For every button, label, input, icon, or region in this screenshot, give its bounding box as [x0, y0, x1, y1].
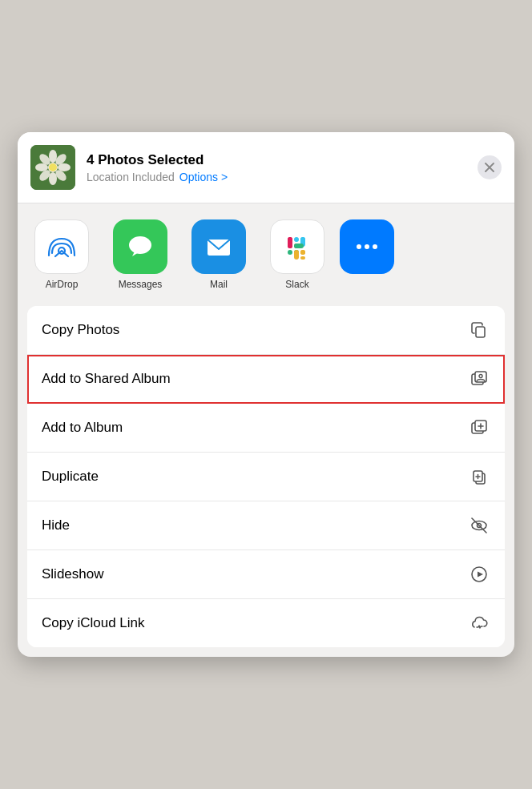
share-sheet: 4 Photos Selected Location Included Opti…	[18, 132, 514, 657]
duplicate-label: Duplicate	[42, 469, 99, 485]
svg-marker-15	[132, 252, 139, 256]
messages-icon	[113, 219, 167, 274]
copy-photos-label: Copy Photos	[42, 322, 119, 338]
svg-rect-29	[300, 250, 305, 255]
action-copy-photos[interactable]: Copy Photos	[27, 306, 505, 355]
app-item-more[interactable]	[340, 219, 394, 290]
slack-icon	[270, 219, 324, 274]
sheet-header: 4 Photos Selected Location Included Opti…	[18, 132, 514, 203]
svg-rect-25	[288, 250, 292, 255]
svg-rect-21	[288, 237, 292, 247]
app-item-airdrop[interactable]: AirDrop	[26, 219, 98, 290]
add-album-label: Add to Album	[42, 420, 123, 436]
app-item-slack[interactable]: Slack	[261, 219, 333, 290]
action-list: Copy Photos Add to Shared Album	[27, 306, 505, 647]
shared-album-icon	[468, 368, 490, 390]
more-icon	[340, 219, 394, 274]
slideshow-label: Slideshow	[42, 566, 104, 582]
copy-icloud-label: Copy iCloud Link	[42, 615, 145, 631]
copy-icon	[468, 319, 490, 341]
svg-point-33	[365, 244, 369, 249]
svg-point-10	[49, 163, 57, 171]
add-shared-album-label: Add to Shared Album	[42, 371, 171, 387]
airdrop-icon	[34, 219, 89, 274]
svg-rect-35	[476, 327, 485, 337]
svg-point-14	[129, 236, 151, 254]
app-item-mail[interactable]: Mail	[183, 219, 255, 290]
mail-label: Mail	[210, 279, 228, 290]
action-add-shared-album[interactable]: Add to Shared Album	[27, 355, 505, 404]
header-subtitle: Location Included Options >	[87, 171, 466, 183]
svg-point-32	[357, 244, 361, 249]
photo-thumbnail	[30, 145, 75, 190]
svg-rect-22	[294, 237, 299, 242]
svg-point-34	[373, 244, 377, 249]
hide-icon	[468, 514, 490, 537]
location-label: Location Included	[87, 171, 175, 183]
action-hide[interactable]: Hide	[27, 501, 505, 550]
app-row: AirDrop Messages Mail	[18, 203, 514, 306]
close-button[interactable]	[478, 155, 502, 179]
svg-rect-27	[294, 244, 304, 248]
icloud-icon	[468, 612, 490, 634]
airdrop-label: AirDrop	[46, 279, 79, 290]
action-copy-icloud-link[interactable]: Copy iCloud Link	[27, 599, 505, 647]
action-slideshow[interactable]: Slideshow	[27, 550, 505, 599]
svg-rect-30	[294, 250, 299, 260]
mail-icon	[191, 219, 246, 274]
add-album-icon	[468, 417, 490, 439]
header-title: 4 Photos Selected	[87, 151, 466, 169]
slack-label: Slack	[285, 279, 308, 290]
header-text-group: 4 Photos Selected Location Included Opti…	[87, 151, 466, 183]
svg-marker-51	[478, 572, 483, 578]
action-add-album[interactable]: Add to Album	[27, 404, 505, 453]
duplicate-icon	[468, 465, 490, 488]
app-item-messages[interactable]: Messages	[104, 219, 176, 290]
action-duplicate[interactable]: Duplicate	[27, 453, 505, 501]
svg-rect-31	[300, 256, 305, 260]
options-link[interactable]: Options >	[179, 171, 228, 183]
slideshow-icon	[468, 563, 490, 586]
hide-label: Hide	[42, 517, 70, 533]
messages-label: Messages	[119, 279, 163, 290]
